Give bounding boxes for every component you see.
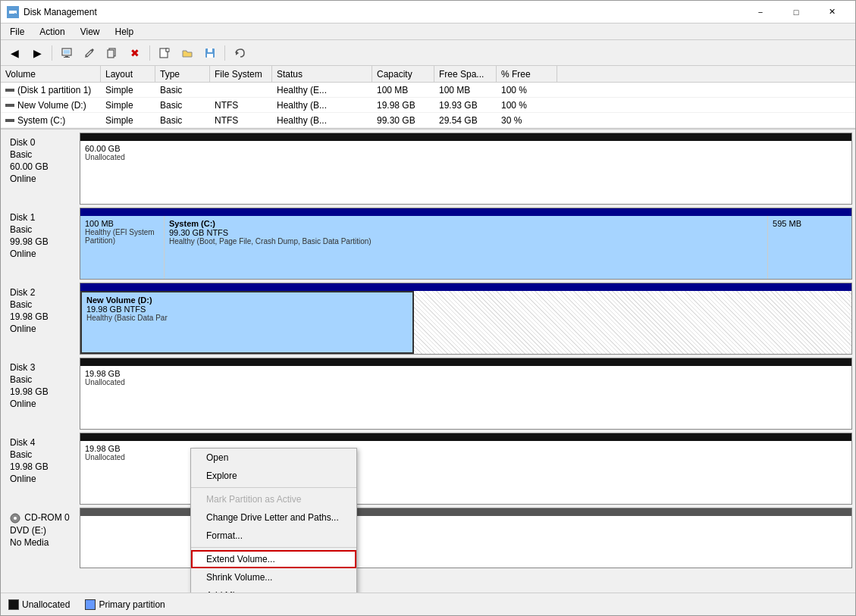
cdrom-0-id: CD-ROM 0 <box>10 512 74 524</box>
cell-filesystem: NTFS <box>210 98 272 112</box>
disk-4-row: Disk 4 Basic 19.98 GB Online 19.98 GB Un… <box>4 433 852 505</box>
disk-3-size: 19.98 GB <box>10 386 74 397</box>
disk-1-partition-2[interactable]: 595 MB <box>768 216 851 279</box>
window-controls: − □ ✕ <box>743 1 849 23</box>
close-button[interactable]: ✕ <box>814 1 849 23</box>
disk-2-partitions: New Volume (D:) 19.98 GB NTFS Healthy (B… <box>80 291 851 354</box>
disk-1-partition-0[interactable]: 100 MB Healthy (EFI System Partition) <box>80 216 165 279</box>
svg-point-2 <box>14 13 16 14</box>
disk-area: Disk 0 Basic 60.00 GB Online 60.00 GB Un… <box>1 130 855 593</box>
toolbar-open[interactable] <box>177 43 198 63</box>
disk-1-partitions: 100 MB Healthy (EFI System Partition) Sy… <box>80 216 851 279</box>
disk-1-status: Online <box>10 249 74 259</box>
svg-rect-10 <box>166 48 169 52</box>
ctx-extend-volume[interactable]: Extend Volume... <box>191 550 356 568</box>
cdrom-0-type: DVD (E:) <box>10 525 74 536</box>
toolbar-copy[interactable] <box>102 43 123 63</box>
cell-freespace: 19.93 GB <box>434 98 497 112</box>
disk-0-partitions: 60.00 GB Unallocated <box>80 141 851 204</box>
disk-0-content: 60.00 GB Unallocated <box>80 133 852 205</box>
svg-rect-6 <box>64 57 70 58</box>
disk-4-size: 19.98 GB <box>10 461 74 472</box>
toolbar-sep3 <box>224 45 225 61</box>
disk-2-row: Disk 2 Basic 19.98 GB Online New Volume … <box>4 283 852 355</box>
maximize-button[interactable]: □ <box>779 1 814 23</box>
disk-1-size: 99.98 GB <box>10 236 74 247</box>
disk-4-status: Online <box>10 474 74 484</box>
ctx-add-mirror[interactable]: Add Mirror... <box>191 586 356 593</box>
toolbar-sep1 <box>52 45 52 61</box>
ctx-explore[interactable]: Explore <box>191 467 356 485</box>
legend: Unallocated Primary partition <box>1 593 855 615</box>
svg-rect-12 <box>208 48 212 52</box>
toolbar-new[interactable] <box>154 43 175 63</box>
disk-3-id: Disk 3 <box>10 362 74 373</box>
cdrom-0-label: CD-ROM 0 DVD (E:) No Media <box>4 508 80 568</box>
ctx-sep-1 <box>191 487 356 488</box>
disk-0-id: Disk 0 <box>10 137 74 148</box>
table-row[interactable]: (Disk 1 partition 1) Simple Basic Health… <box>1 83 855 98</box>
col-percentfree[interactable]: % Free <box>497 66 557 82</box>
disk-0-status: Online <box>10 174 74 184</box>
table-row[interactable]: New Volume (D:) Simple Basic NTFS Health… <box>1 98 855 113</box>
cell-layout: Simple <box>101 98 155 112</box>
disk-0-partition-0[interactable]: 60.00 GB Unallocated <box>80 141 851 204</box>
col-type[interactable]: Type <box>155 66 210 82</box>
col-freespace[interactable]: Free Spa... <box>434 66 497 82</box>
disk-1-label: Disk 1 Basic 99.98 GB Online <box>4 208 80 280</box>
disk-4-bar <box>80 433 851 441</box>
cdrom-0-status: No Media <box>10 537 74 548</box>
disk-2-partition-0[interactable]: New Volume (D:) 19.98 GB NTFS Healthy (B… <box>80 291 414 354</box>
ctx-change-drive[interactable]: Change Drive Letter and Paths... <box>191 508 356 527</box>
disk-3-partition-0[interactable]: 19.98 GB Unallocated <box>80 366 851 429</box>
menu-file[interactable]: File <box>4 25 30 39</box>
disk-0-bar <box>80 133 851 141</box>
table-header: Volume Layout Type File System Status Ca… <box>1 66 855 83</box>
svg-marker-14 <box>236 51 239 55</box>
cell-layout: Simple <box>101 83 155 97</box>
disk-4-type: Basic <box>10 449 74 460</box>
col-layout[interactable]: Layout <box>101 66 155 82</box>
cell-type: Basic <box>155 113 210 127</box>
ctx-sep-2 <box>191 547 356 548</box>
toolbar-edit[interactable] <box>79 43 100 63</box>
volume-icon <box>5 104 14 107</box>
minimize-button[interactable]: − <box>743 1 778 23</box>
ctx-format[interactable]: Format... <box>191 527 356 545</box>
disk-1-content: 100 MB Healthy (EFI System Partition) Sy… <box>80 208 852 280</box>
toolbar-delete[interactable]: ✖ <box>124 43 146 63</box>
menu-view[interactable]: View <box>74 25 106 39</box>
cell-volume: New Volume (D:) <box>1 98 101 112</box>
toolbar-back[interactable]: ◀ <box>4 43 25 63</box>
disk-1-partition-1[interactable]: System (C:) 99.30 GB NTFS Healthy (Boot,… <box>165 216 768 279</box>
menu-help[interactable]: Help <box>109 25 140 39</box>
disk-3-bar <box>80 358 851 366</box>
disk-4-label: Disk 4 Basic 19.98 GB Online <box>4 433 80 505</box>
toolbar: ◀ ▶ ✖ <box>1 40 855 66</box>
disk-1-id: Disk 1 <box>10 212 74 223</box>
app-icon <box>7 6 19 18</box>
toolbar-save[interactable] <box>199 43 221 63</box>
disk-2-status: Online <box>10 324 74 334</box>
svg-point-16 <box>14 517 17 520</box>
cell-capacity: 100 MB <box>372 83 434 97</box>
cell-status: Healthy (E... <box>272 83 372 97</box>
toolbar-sep2 <box>149 45 150 61</box>
toolbar-forward[interactable]: ▶ <box>27 43 48 63</box>
toolbar-undo[interactable] <box>229 43 250 63</box>
disk-1-row: Disk 1 Basic 99.98 GB Online 100 MB Heal… <box>4 208 852 280</box>
table-row[interactable]: System (C:) Simple Basic NTFS Healthy (B… <box>1 113 855 128</box>
col-status[interactable]: Status <box>272 66 372 82</box>
col-filesystem[interactable]: File System <box>210 66 272 82</box>
cdrom-0-row: CD-ROM 0 DVD (E:) No Media <box>4 508 852 568</box>
disk-2-partition-1[interactable] <box>414 291 851 354</box>
menu-action[interactable]: Action <box>33 25 71 39</box>
col-volume[interactable]: Volume <box>1 66 101 82</box>
ctx-shrink-volume[interactable]: Shrink Volume... <box>191 568 356 586</box>
col-capacity[interactable]: Capacity <box>372 66 434 82</box>
legend-primary-box <box>85 599 96 610</box>
cell-volume: (Disk 1 partition 1) <box>1 83 101 97</box>
ctx-open[interactable]: Open <box>191 449 356 467</box>
toolbar-properties[interactable] <box>56 43 77 63</box>
svg-rect-13 <box>207 54 213 58</box>
